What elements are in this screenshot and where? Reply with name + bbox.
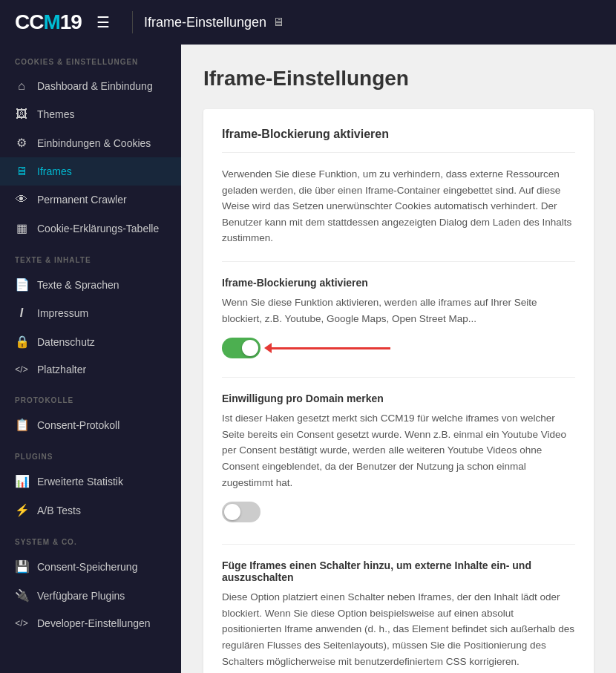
sidebar-item-label: Consent-Protokoll bbox=[37, 419, 119, 431]
section-2-desc: Ist dieser Haken gesetzt merkt sich CCM1… bbox=[222, 410, 575, 490]
sidebar-item-label: Platzhalter bbox=[37, 364, 86, 375]
sidebar-section-texte: TEXTE & INHALTE bbox=[0, 243, 181, 270]
iframe-blocking-toggle[interactable] bbox=[222, 338, 261, 358]
header-divider bbox=[132, 11, 133, 33]
home-icon: ⌂ bbox=[15, 79, 28, 93]
sidebar-item-statistik[interactable]: 📊 Erweiterte Statistik bbox=[0, 467, 181, 496]
sidebar-section-protokolle: PROTOKOLLE bbox=[0, 383, 181, 410]
logo: CCM19 bbox=[15, 10, 82, 34]
developer-icon: </> bbox=[15, 618, 28, 628]
sidebar-section-plugins: PLUGINS bbox=[0, 439, 181, 467]
toggle-knob-2 bbox=[224, 504, 240, 520]
eye-icon: 👁 bbox=[15, 193, 28, 206]
code-icon: </> bbox=[15, 364, 28, 375]
domain-consent-toggle[interactable] bbox=[222, 502, 261, 522]
card-description: Verwenden Sie diese Funktion, um zu verh… bbox=[222, 166, 575, 246]
divider-2 bbox=[222, 377, 575, 378]
section-3-title: Füge Iframes einen Schalter hinzu, um ex… bbox=[222, 559, 575, 583]
clipboard-icon: 📋 bbox=[15, 418, 28, 432]
settings-card: Iframe-Blockierung aktivieren Verwenden … bbox=[203, 109, 594, 673]
sidebar-item-texte[interactable]: 📄 Texte & Sprachen bbox=[0, 270, 181, 299]
toggle-2-row bbox=[222, 502, 575, 525]
sidebar-item-platzhalter[interactable]: </> Platzhalter bbox=[0, 356, 181, 383]
italic-icon: I bbox=[15, 306, 28, 320]
document-icon: 📄 bbox=[15, 278, 28, 292]
settings-icon: ⚙ bbox=[15, 136, 28, 150]
lock-icon: 🔒 bbox=[15, 335, 28, 349]
sidebar-item-consent-speicherung[interactable]: 💾 Consent-Speicherung bbox=[0, 552, 181, 581]
section-3-desc: Diese Option platziert einen Schalter ne… bbox=[222, 589, 575, 669]
sidebar-item-label: Texte & Sprachen bbox=[37, 279, 119, 291]
sidebar-item-label: Impressum bbox=[37, 307, 88, 319]
main-content: Iframe-Einstellungen Iframe-Blockierung … bbox=[181, 45, 616, 673]
sidebar-item-label: Datenschutz bbox=[37, 336, 95, 348]
sidebar-item-label: Consent-Speicherung bbox=[37, 561, 137, 573]
layout: COOKIES & EINSTELLUNGEN ⌂ Dashboard & Ei… bbox=[0, 45, 616, 673]
section-1-title: Iframe-Blockierung aktivieren bbox=[222, 277, 575, 289]
sidebar-item-impressum[interactable]: I Impressum bbox=[0, 299, 181, 327]
toggle-knob bbox=[242, 340, 258, 356]
header-title: Iframe-Einstellungen bbox=[144, 15, 266, 30]
header: CCM19 ☰ Iframe-Einstellungen 🖥 bbox=[0, 0, 616, 45]
arrow-line bbox=[272, 347, 390, 349]
sidebar-item-label: Themes bbox=[37, 108, 75, 120]
sidebar-item-label: Einbindungen & Cookies bbox=[37, 137, 151, 149]
sidebar-item-developer[interactable]: </> Developer-Einstellungen bbox=[0, 610, 181, 637]
sidebar-item-iframes[interactable]: 🖥 Iframes bbox=[0, 157, 181, 186]
sidebar-item-cookie-tabelle[interactable]: ▦ Cookie-Erklärungs-Tabelle bbox=[0, 214, 181, 243]
logo-text: CCM19 bbox=[15, 10, 82, 34]
table-icon: ▦ bbox=[15, 221, 28, 235]
sidebar-item-label: Iframes bbox=[37, 165, 72, 177]
sidebar-item-dashboard[interactable]: ⌂ Dashboard & Einbindung bbox=[0, 72, 181, 100]
ab-icon: ⚡ bbox=[15, 503, 28, 517]
section-2-title: Einwilligung pro Domain merken bbox=[222, 393, 575, 404]
hamburger-icon[interactable]: ☰ bbox=[96, 13, 110, 31]
arrowhead-left bbox=[264, 343, 272, 353]
sidebar-item-label: Dashboard & Einbindung bbox=[37, 80, 153, 92]
divider-3 bbox=[222, 544, 575, 545]
sidebar-section-cookies: COOKIES & EINSTELLUNGEN bbox=[0, 45, 181, 72]
chart-icon: 📊 bbox=[15, 474, 28, 488]
plugin-icon: 🔌 bbox=[15, 588, 28, 603]
sidebar-section-system: SYSTEM & CO. bbox=[0, 525, 181, 552]
sidebar-item-label: Erweiterte Statistik bbox=[37, 476, 123, 487]
sidebar-item-consent-protokoll[interactable]: 📋 Consent-Protokoll bbox=[0, 410, 181, 439]
save-icon: 💾 bbox=[15, 559, 28, 574]
toggle-arrow bbox=[264, 343, 390, 353]
section-1-desc: Wenn Sie diese Funktion aktivieren, werd… bbox=[222, 295, 575, 326]
sidebar-item-verfuegbare-plugins[interactable]: 🔌 Verfügbare Plugins bbox=[0, 581, 181, 610]
sidebar-item-ab-tests[interactable]: ⚡ A/B Tests bbox=[0, 496, 181, 525]
themes-icon: 🖼 bbox=[15, 108, 28, 121]
sidebar-item-permanent-crawler[interactable]: 👁 Permanent Crawler bbox=[0, 186, 181, 214]
sidebar-item-label: Verfügbare Plugins bbox=[37, 590, 125, 602]
sidebar-item-themes[interactable]: 🖼 Themes bbox=[0, 100, 181, 128]
sidebar-item-datenschutz[interactable]: 🔒 Datenschutz bbox=[0, 327, 181, 356]
card-header: Iframe-Blockierung aktivieren bbox=[222, 128, 575, 153]
sidebar-item-label: A/B Tests bbox=[37, 505, 81, 516]
sidebar-item-label: Cookie-Erklärungs-Tabelle bbox=[37, 223, 159, 234]
iframe-icon: 🖥 bbox=[15, 165, 28, 178]
toggle-1-row bbox=[222, 338, 575, 358]
sidebar: COOKIES & EINSTELLUNGEN ⌂ Dashboard & Ei… bbox=[0, 45, 181, 673]
sidebar-item-einbindungen[interactable]: ⚙ Einbindungen & Cookies bbox=[0, 128, 181, 157]
header-screen-icon: 🖥 bbox=[272, 16, 284, 29]
sidebar-item-label: Developer-Einstellungen bbox=[37, 617, 151, 629]
page-title: Iframe-Einstellungen bbox=[203, 67, 594, 91]
divider-1 bbox=[222, 261, 575, 262]
sidebar-item-label: Permanent Crawler bbox=[37, 194, 127, 206]
